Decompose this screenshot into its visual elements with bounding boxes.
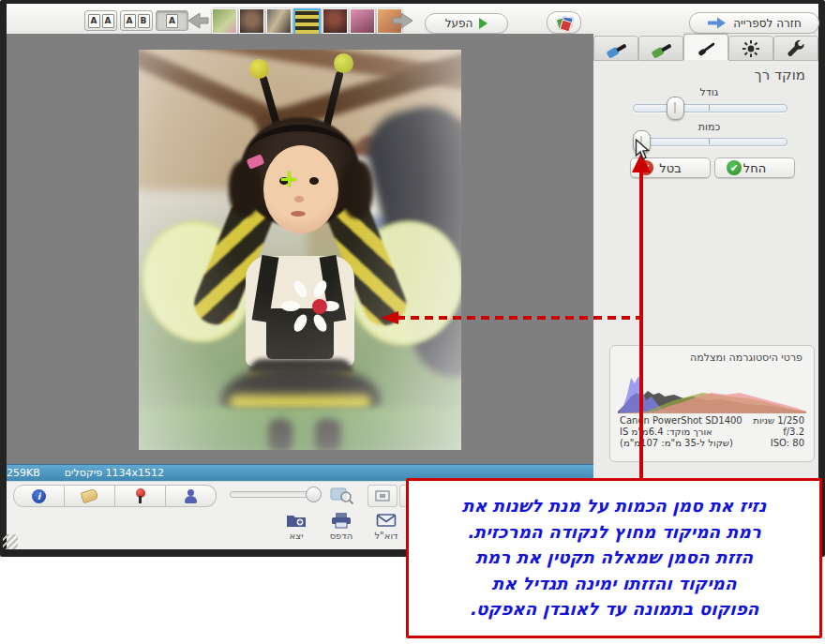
amount-slider-tick: [709, 138, 710, 144]
size-slider-label: גודל: [633, 86, 786, 98]
thumbnail-3[interactable]: [266, 8, 292, 34]
edit-panel: מוקד רך גודל כמות ✕ בטל ✔ החל פרטי היסטו…: [593, 34, 818, 481]
size-slider-track[interactable]: [633, 104, 788, 112]
shutter-speed: 1/250 שניות: [753, 415, 804, 427]
histogram-image: [618, 368, 806, 413]
focus-center-marker[interactable]: [281, 172, 296, 187]
annotation-callout: נזיז את סמן הכמות על מנת לשנות את רמת המ…: [406, 478, 822, 638]
thumbnail-strip: [212, 8, 402, 36]
photo-bee-costume: [139, 50, 461, 450]
view-letter: A: [124, 14, 136, 28]
fit-view-icon: [375, 490, 390, 502]
image-file-size: 259KB: [7, 467, 40, 479]
apply-button-label: החל: [743, 161, 766, 175]
export-folder-icon: [285, 512, 308, 529]
edit-tab-bar: [593, 34, 818, 59]
soft-focus-vignette: [139, 50, 461, 450]
fit-view-button[interactable]: [368, 485, 398, 507]
thumbnail-2[interactable]: [239, 8, 264, 34]
tab-fine-tuning[interactable]: [638, 36, 683, 61]
thumbnail-6[interactable]: [350, 8, 375, 34]
export-button[interactable]: יצא: [278, 512, 315, 541]
play-button-label: הפעל: [445, 17, 473, 30]
zoom-to-photo-button[interactable]: [330, 486, 354, 508]
back-to-library-button[interactable]: חזרה לספרייה: [689, 12, 819, 34]
thumbnail-4-selected[interactable]: [293, 8, 321, 36]
apply-button[interactable]: ✔ החל: [714, 157, 795, 178]
email-button[interactable]: דוא"ל: [368, 512, 405, 541]
tag-button[interactable]: [65, 485, 115, 507]
collage-button[interactable]: [547, 11, 581, 34]
annotation-line: הזזת הסמן שמאלה תקטין את רמת: [409, 545, 819, 571]
image-dimensions: 1134x1512 פיקסלים: [65, 467, 164, 479]
mouse-cursor: [635, 139, 651, 165]
screenshot-stage: A A A B A הפעל חזרה: [0, 0, 825, 644]
focal-equivalent: (שקול ל-35 מ"מ: 107מ"מ): [620, 438, 733, 449]
geo-pin-icon: [135, 488, 146, 503]
info-circle-icon: i: [32, 489, 46, 503]
previous-photo-button[interactable]: [185, 9, 211, 32]
black-brush-icon: [695, 38, 717, 57]
window-resize-grip[interactable]: [3, 534, 18, 549]
annotation-arrowhead-left: [381, 311, 398, 324]
email-label: דוא"ל: [368, 531, 405, 541]
view-letter: A: [102, 14, 114, 28]
person-icon: [184, 489, 198, 503]
info-button[interactable]: i: [13, 485, 65, 507]
view-mode-a-button[interactable]: A: [156, 10, 188, 31]
green-brush-icon: [650, 39, 672, 58]
histogram-title: פרטי היסטוגרמה ומצלמה: [690, 352, 802, 364]
export-label: יצא: [278, 531, 315, 541]
thumbnail-1[interactable]: [212, 8, 237, 34]
amount-slider-label: כמות: [633, 121, 786, 133]
annotation-dashed-line: [397, 316, 643, 320]
annotation-line: רמת המיקוד מחוץ לנקודה המרכזית.: [409, 519, 819, 546]
view-mode-aa-button[interactable]: A A: [84, 10, 117, 31]
cancel-button-label: בטל: [659, 161, 681, 175]
focal-length: אורך מוקד: 6.4מ"מ IS: [620, 427, 712, 438]
geotag-button[interactable]: [115, 485, 166, 507]
printer-icon: [330, 512, 352, 529]
play-button[interactable]: הפעל: [425, 13, 508, 34]
next-photo-button[interactable]: [390, 9, 416, 32]
envelope-icon: [376, 512, 397, 529]
share-actions: יצא הדפס דוא"ל: [278, 512, 405, 541]
blue-right-arrow-icon: [707, 16, 727, 30]
sun-adjust-icon: [741, 39, 761, 58]
size-slider-thumb[interactable]: [667, 97, 684, 120]
tab-basic-fixes[interactable]: [593, 36, 638, 61]
people-button[interactable]: [166, 485, 217, 507]
blue-brush-icon: [605, 39, 627, 58]
photo-canvas: [7, 34, 593, 464]
zoom-slider-thumb[interactable]: [306, 487, 322, 502]
print-button[interactable]: הדפס: [322, 512, 360, 541]
amount-slider-track[interactable]: [633, 138, 788, 146]
tab-effects-active[interactable]: [683, 34, 728, 60]
view-letter: A: [88, 14, 100, 28]
right-arrow-icon: [391, 11, 415, 30]
play-triangle-icon: [479, 18, 488, 29]
camera-model: Canon PowerShot SD1400: [620, 415, 742, 427]
annotation-line: הפוקוס בתמונה עד לאובדן האפקט.: [409, 596, 819, 622]
annotation-line: נזיז את סמן הכמות על מנת לשנות את: [409, 493, 819, 519]
left-arrow-icon: [186, 11, 210, 30]
annotation-line: המיקוד והזזתו ימינה תגדיל את: [409, 571, 819, 597]
view-mode-group: A A A B A: [84, 10, 188, 31]
tab-more-effects[interactable]: [728, 36, 773, 61]
view-letter: B: [138, 14, 150, 28]
aperture: f/3.2: [783, 427, 804, 438]
thumbnail-5[interactable]: [322, 8, 348, 34]
back-button-label: חזרה לספרייה: [733, 17, 802, 30]
green-check-circle-icon: ✔: [727, 160, 742, 175]
tab-tools[interactable]: [773, 36, 818, 61]
annotation-vertical-line: [639, 171, 643, 478]
tag-icon: [81, 488, 99, 504]
photo-collage-icon: [556, 16, 573, 29]
size-slider-tick: [709, 104, 710, 111]
magnifier-photo-icon: [330, 486, 354, 504]
view-mode-ab-button[interactable]: A B: [120, 10, 153, 31]
iso-value: ISO: 80: [771, 438, 804, 449]
effect-title: מוקד רך: [755, 67, 805, 83]
print-label: הדפס: [322, 531, 360, 541]
view-letter: A: [166, 14, 178, 28]
